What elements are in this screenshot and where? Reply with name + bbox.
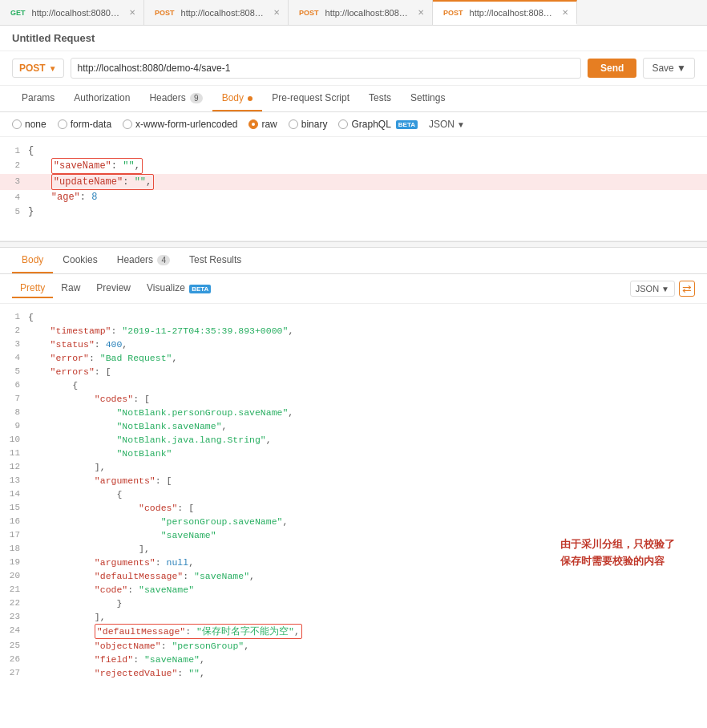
resp-line-14: 14 { xyxy=(0,487,707,501)
viewer-tab-raw[interactable]: Raw xyxy=(53,279,88,298)
tab-1-close[interactable]: ✕ xyxy=(129,8,135,17)
headers-badge: 9 xyxy=(190,93,203,103)
tab-3-url: http://localhost:8080/demo-3/... xyxy=(325,8,410,18)
tab-4-method: POST xyxy=(441,8,466,18)
response-body-editor[interactable]: 1 { 2 "timestamp": "2019-11-27T04:35:39.… xyxy=(0,304,707,686)
resp-line-21: 21 "code": "saveName" xyxy=(0,583,707,597)
viewer-controls: JSON ▼ ⇄ xyxy=(630,281,695,297)
option-raw[interactable]: raw xyxy=(248,119,277,130)
tab-2-close[interactable]: ✕ xyxy=(273,8,280,17)
resp-line-content-24: "defaultMessage": "保存时名字不能为空", xyxy=(28,624,707,639)
resp-line-num-17: 17 xyxy=(0,528,28,542)
resp-line-num-8: 8 xyxy=(0,406,28,419)
resp-line-content-13: "arguments": [ xyxy=(28,474,707,487)
resp-line-num-20: 20 xyxy=(0,569,28,583)
nav-params[interactable]: Params xyxy=(12,86,64,111)
option-binary[interactable]: binary xyxy=(289,119,328,130)
radio-form-data xyxy=(58,119,67,129)
resp-tab-test-results[interactable]: Test Results xyxy=(180,248,251,273)
viewer-tab-preview[interactable]: Preview xyxy=(88,279,139,298)
nav-headers[interactable]: Headers 9 xyxy=(139,86,212,111)
resp-line-num-15: 15 xyxy=(0,501,28,515)
resp-line-content-16: "personGroup.saveName", xyxy=(28,515,707,528)
resp-line-13: 13 "arguments": [ xyxy=(0,474,707,487)
url-bar: POST ▼ Send Save ▼ xyxy=(0,51,707,86)
line-content-5: } xyxy=(28,204,707,219)
section-divider xyxy=(0,241,707,248)
resp-line-num-9: 9 xyxy=(0,419,28,433)
option-urlencoded-label: x-www-form-urlencoded xyxy=(135,119,237,130)
resp-line-4: 4 "error": "Bad Request", xyxy=(0,351,707,365)
resp-line-content-27: "rejectedValue": "", xyxy=(28,666,707,680)
nav-body[interactable]: Body xyxy=(212,86,263,111)
url-input[interactable] xyxy=(71,58,582,79)
resp-line-content-21: "code": "saveName" xyxy=(28,583,707,597)
viewer-tab-pretty[interactable]: Pretty xyxy=(12,279,53,298)
tab-1[interactable]: GET http://localhost:8080/demo-1/q... ✕ xyxy=(0,0,144,25)
resp-line-content-4: "error": "Bad Request", xyxy=(28,351,707,365)
send-button[interactable]: Send xyxy=(588,59,636,78)
resp-line-num-10: 10 xyxy=(0,433,28,447)
graphql-beta-badge: BETA xyxy=(396,120,418,129)
code-box-2: "saveName": "", xyxy=(51,158,143,174)
resp-tab-cookies[interactable]: Cookies xyxy=(53,248,107,273)
resp-tab-headers[interactable]: Headers 4 xyxy=(107,248,180,273)
method-select[interactable]: POST ▼ xyxy=(12,59,64,78)
format-select[interactable]: JSON ▼ xyxy=(429,119,465,130)
resp-line-5: 5 "errors": [ xyxy=(0,365,707,378)
method-label: POST xyxy=(19,63,46,74)
radio-none xyxy=(12,119,22,129)
resp-line-16: 16 "personGroup.saveName", xyxy=(0,515,707,528)
nav-settings[interactable]: Settings xyxy=(401,86,454,111)
resp-line-26: 26 "field": "saveName", xyxy=(0,653,707,666)
code-line-5: 5 } xyxy=(0,204,707,219)
method-dropdown-icon: ▼ xyxy=(49,64,57,73)
response-format-dropdown-icon: ▼ xyxy=(661,285,669,293)
nav-tests[interactable]: Tests xyxy=(359,86,401,111)
response-format-label: JSON xyxy=(636,284,659,293)
resp-line-num-21: 21 xyxy=(0,583,28,597)
line-content-3: "updateName": "", xyxy=(28,174,707,190)
resp-line-num-5: 5 xyxy=(0,365,28,378)
option-form-data[interactable]: form-data xyxy=(58,119,111,130)
resp-line-content-11: "NotBlank" xyxy=(28,447,707,460)
resp-headers-badge: 4 xyxy=(157,255,170,265)
nav-pre-request[interactable]: Pre-request Script xyxy=(262,86,359,111)
line-num-1: 1 xyxy=(0,144,28,158)
resp-line-content-6: { xyxy=(28,378,707,392)
response-format-select[interactable]: JSON ▼ xyxy=(630,281,675,297)
resp-line-content-3: "status": 400, xyxy=(28,338,707,351)
tab-2[interactable]: POST http://localhost:8080/demo-2/... ✕ xyxy=(144,0,289,25)
resp-line-7: 7 "codes": [ xyxy=(0,392,707,406)
tab-3[interactable]: POST http://localhost:8080/demo-3/... ✕ xyxy=(289,0,433,25)
resp-line-num-6: 6 xyxy=(0,378,28,392)
viewer-tab-visualize[interactable]: Visualize BETA xyxy=(139,279,219,298)
resp-line-content-26: "field": "saveName", xyxy=(28,653,707,666)
resp-line-num-22: 22 xyxy=(0,597,28,610)
tab-3-method: POST xyxy=(297,8,321,18)
wrap-button[interactable]: ⇄ xyxy=(679,281,695,297)
tab-4[interactable]: POST http://localhost:8080/demo-4/... ✕ xyxy=(433,0,577,25)
resp-line-12: 12 ], xyxy=(0,460,707,474)
resp-line-24: 24 "defaultMessage": "保存时名字不能为空", xyxy=(0,624,707,639)
tab-4-close[interactable]: ✕ xyxy=(562,8,568,17)
tab-4-url: http://localhost:8080/demo-4/... xyxy=(470,8,555,18)
option-urlencoded[interactable]: x-www-form-urlencoded xyxy=(123,119,237,130)
resp-line-content-5: "errors": [ xyxy=(28,365,707,378)
option-binary-label: binary xyxy=(301,119,328,130)
resp-tab-body[interactable]: Body xyxy=(12,248,53,273)
resp-line-num-27: 27 xyxy=(0,666,28,680)
nav-authorization[interactable]: Authorization xyxy=(64,86,139,111)
option-graphql[interactable]: GraphQL BETA xyxy=(338,119,418,130)
resp-line-22: 22 } xyxy=(0,597,707,610)
resp-line-num-23: 23 xyxy=(0,610,28,624)
request-body-editor[interactable]: 1 { 2 "saveName": "", 3 "updateName": ""… xyxy=(0,137,707,241)
save-button[interactable]: Save ▼ xyxy=(643,58,695,79)
tab-3-close[interactable]: ✕ xyxy=(418,8,424,17)
option-none[interactable]: none xyxy=(12,119,46,130)
resp-line-content-1: { xyxy=(28,310,707,324)
resp-line-num-2: 2 xyxy=(0,324,28,338)
resp-line-content-9: "NotBlank.saveName", xyxy=(28,419,707,433)
option-raw-label: raw xyxy=(261,119,277,130)
viewer-tabs: Pretty Raw Preview Visualize BETA JSON ▼… xyxy=(0,274,707,304)
